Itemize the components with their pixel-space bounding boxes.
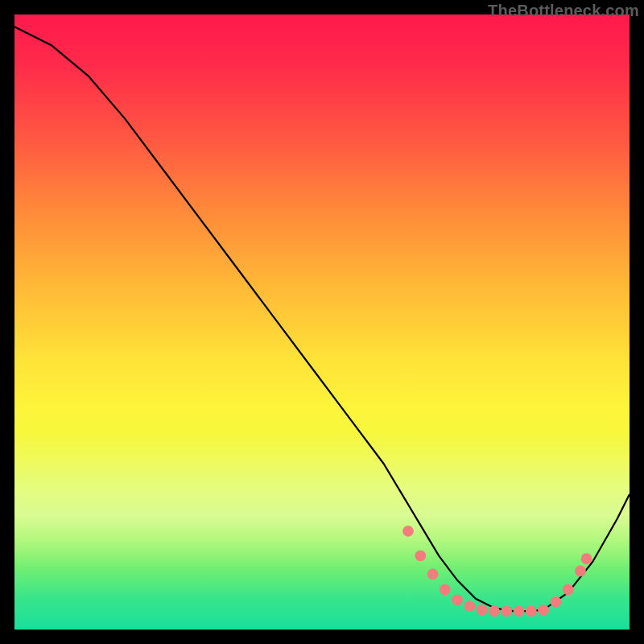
valley-dot xyxy=(452,594,463,605)
valley-dot xyxy=(477,605,488,616)
valley-dot xyxy=(581,553,592,564)
valley-dot xyxy=(526,605,537,617)
bottleneck-curve xyxy=(14,27,630,611)
valley-dot xyxy=(402,526,414,537)
valley-dot xyxy=(563,584,574,595)
valley-dot xyxy=(489,605,500,617)
valley-dot xyxy=(575,566,586,577)
valley-dot xyxy=(427,568,439,580)
valley-dot xyxy=(538,605,549,616)
valley-dot xyxy=(440,584,451,595)
attribution-text: TheBottleneck.com xyxy=(488,2,639,20)
chart-svg xyxy=(14,14,630,630)
valley-marker-dots xyxy=(402,526,592,617)
chart-frame: TheBottleneck.com xyxy=(0,0,644,644)
valley-dot xyxy=(501,605,512,617)
valley-dot xyxy=(550,597,561,608)
valley-dot xyxy=(464,601,475,612)
valley-dot xyxy=(514,605,525,617)
plot-area xyxy=(14,14,630,630)
valley-dot xyxy=(415,550,426,561)
